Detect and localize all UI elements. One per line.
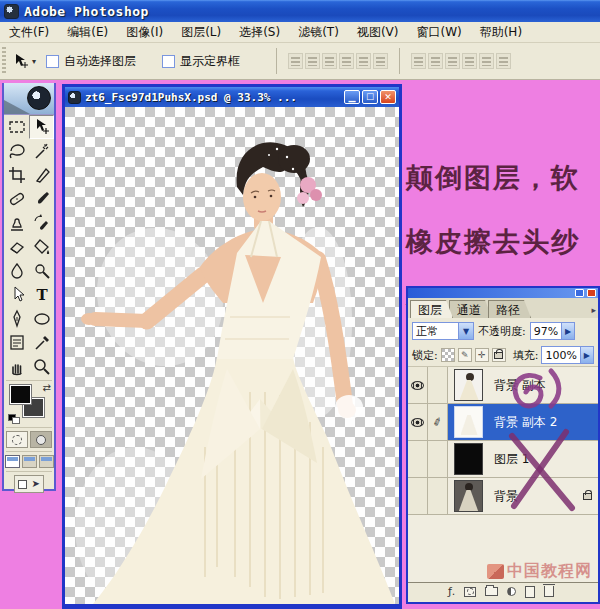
- align-buttons-group: [287, 53, 389, 69]
- visibility-cell[interactable]: [408, 404, 428, 440]
- lock-all-button[interactable]: [492, 348, 506, 362]
- link-cell[interactable]: [428, 478, 448, 514]
- history-brush-tool-button[interactable]: [29, 211, 54, 235]
- magic-wand-tool-button[interactable]: [29, 139, 54, 163]
- menu-help[interactable]: 帮助(H): [471, 22, 531, 43]
- thumbnail-cell[interactable]: [448, 367, 488, 403]
- options-bar-grip[interactable]: [2, 47, 6, 75]
- thumbnail-cell[interactable]: [448, 478, 488, 514]
- visibility-cell[interactable]: [408, 478, 428, 514]
- tab-paths[interactable]: 路径: [488, 300, 531, 318]
- fullscreen-menubar-button[interactable]: [22, 455, 37, 468]
- link-cell[interactable]: [428, 367, 448, 403]
- lasso-tool-button[interactable]: [4, 139, 29, 163]
- hand-tool-button[interactable]: [4, 355, 29, 379]
- align-left-button: [339, 53, 354, 69]
- menu-edit[interactable]: 编辑(E): [58, 22, 117, 43]
- gradient-tool-button[interactable]: [29, 235, 54, 259]
- fill-input[interactable]: 100% ▶: [541, 346, 593, 364]
- quick-mask-mode-button[interactable]: [30, 431, 52, 448]
- menu-filter[interactable]: 滤镜(T): [289, 22, 348, 43]
- pen-tool-button[interactable]: [4, 307, 29, 331]
- menu-window[interactable]: 窗口(W): [407, 22, 470, 43]
- layer-row-bg-copy-2[interactable]: ✐ 背景 副本 2: [408, 404, 598, 441]
- dodge-tool-button[interactable]: [29, 259, 54, 283]
- menu-view[interactable]: 视图(V): [348, 22, 408, 43]
- distribute-right-button: [496, 53, 511, 69]
- auto-select-checkbox[interactable]: [46, 55, 59, 68]
- notes-tool-button[interactable]: [4, 331, 29, 355]
- eraser-tool-button[interactable]: [4, 235, 29, 259]
- tab-channels[interactable]: 通道: [449, 300, 492, 318]
- lock-pixels-button[interactable]: ✎: [458, 348, 472, 362]
- toolbox-header[interactable]: [4, 83, 54, 115]
- marquee-tool-button[interactable]: [4, 115, 29, 139]
- panel-minimize-button[interactable]: [575, 289, 584, 297]
- layer-row-bg-copy[interactable]: 背景 副本: [408, 367, 598, 404]
- menu-select[interactable]: 选择(S): [230, 22, 289, 43]
- minimize-button[interactable]: ▁: [344, 90, 360, 104]
- blend-mode-select[interactable]: 正常 ▼: [412, 322, 474, 340]
- default-colors-icon[interactable]: [8, 414, 20, 424]
- slice-tool-button[interactable]: [29, 163, 54, 187]
- adjustment-layer-button[interactable]: [507, 587, 516, 596]
- lock-icon: [583, 493, 592, 500]
- crop-tool-button[interactable]: [4, 163, 29, 187]
- type-tool-button[interactable]: T: [29, 283, 54, 307]
- visibility-cell[interactable]: [408, 441, 428, 477]
- menu-file[interactable]: 文件(F): [0, 22, 58, 43]
- bounding-box-checkbox[interactable]: [162, 55, 175, 68]
- healing-brush-tool-button[interactable]: [4, 187, 29, 211]
- panel-titlebar[interactable]: [408, 288, 598, 298]
- document-titlebar[interactable]: zt6_Fsc97d1PuhsX.psd @ 33.3% ... ▁ ☐ ✕: [65, 87, 399, 107]
- standard-mode-button[interactable]: [6, 431, 28, 448]
- brush-tool-button[interactable]: [29, 187, 54, 211]
- zoom-tool-button[interactable]: [29, 355, 54, 379]
- layer-row-background[interactable]: 背景: [408, 478, 598, 515]
- lock-transparency-button[interactable]: [441, 348, 455, 362]
- layer-thumbnail: [454, 406, 483, 438]
- shape-tool-button[interactable]: [29, 307, 54, 331]
- brush-icon: [32, 189, 52, 209]
- link-cell[interactable]: [428, 441, 448, 477]
- panel-menu-icon[interactable]: ▸: [591, 305, 596, 315]
- imageready-arrow-icon: ➤: [32, 478, 40, 489]
- foreground-color-swatch[interactable]: [10, 385, 31, 404]
- document-canvas[interactable]: [65, 107, 399, 604]
- close-button[interactable]: ✕: [380, 90, 396, 104]
- healing-brush-icon: [7, 189, 27, 209]
- move-icon: [32, 117, 52, 137]
- layer-style-button[interactable]: ƒ.: [448, 585, 455, 598]
- imageready-button[interactable]: ➤: [14, 475, 44, 493]
- fullscreen-button[interactable]: [39, 455, 54, 468]
- eyedropper-tool-button[interactable]: [29, 331, 54, 355]
- maximize-button[interactable]: ☐: [362, 90, 378, 104]
- path-select-tool-button[interactable]: [4, 283, 29, 307]
- watermark-logo-icon: [487, 564, 504, 579]
- auto-select-option[interactable]: 自动选择图层: [46, 53, 136, 70]
- panel-close-button[interactable]: [587, 289, 596, 297]
- thumbnail-cell[interactable]: [448, 441, 488, 477]
- delete-layer-button[interactable]: [544, 586, 554, 597]
- standard-screen-button[interactable]: [5, 455, 20, 468]
- blur-tool-button[interactable]: [4, 259, 29, 283]
- thumbnail-cell[interactable]: [448, 404, 488, 440]
- new-layer-button[interactable]: [525, 586, 535, 598]
- bounding-box-option[interactable]: 显示定界框: [162, 53, 240, 70]
- active-brush-cell[interactable]: ✐: [428, 404, 448, 440]
- opacity-input[interactable]: 97% ▶: [530, 322, 575, 340]
- options-separator-2: [399, 48, 400, 74]
- visibility-cell[interactable]: [408, 367, 428, 403]
- menu-layer[interactable]: 图层(L): [172, 22, 230, 43]
- add-mask-button[interactable]: [464, 587, 476, 597]
- lock-position-button[interactable]: ✛: [475, 348, 489, 362]
- layer-row-layer-1[interactable]: 图层 1: [408, 441, 598, 478]
- current-tool-indicator[interactable]: ▾: [12, 52, 36, 70]
- tab-layers[interactable]: 图层: [410, 300, 453, 318]
- paintbrush-icon: ✐: [431, 414, 444, 429]
- clone-stamp-tool-button[interactable]: [4, 211, 29, 235]
- swap-colors-icon[interactable]: ⇄: [43, 382, 51, 393]
- menu-image[interactable]: 图像(I): [117, 22, 172, 43]
- move-tool-button[interactable]: [29, 115, 54, 139]
- new-group-button[interactable]: [485, 587, 498, 596]
